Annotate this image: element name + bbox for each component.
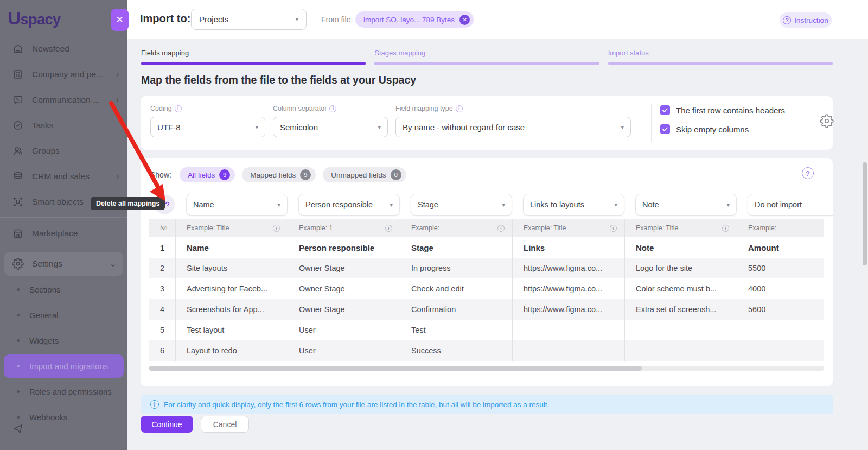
chevron-right-icon: › — [116, 172, 119, 181]
main-area: Import to: Projects ▾ From file: import … — [127, 0, 868, 450]
example-cell: Example: — [737, 219, 824, 237]
vertical-scrollbar[interactable] — [861, 40, 868, 450]
question-icon: ? — [783, 16, 791, 24]
mapping-select-note[interactable]: Note ▾ — [635, 194, 737, 216]
info-icon[interactable]: i — [722, 225, 729, 232]
close-sidebar-button[interactable]: ✕ — [111, 9, 129, 31]
crm-icon — [12, 170, 24, 182]
horizontal-scrollbar[interactable] — [149, 366, 824, 371]
mapping-type-label: Field mapping type i — [395, 105, 463, 112]
sidebar-item-marketplace[interactable]: Marketplace — [0, 220, 127, 246]
mapping-select-stage[interactable]: Stage ▾ — [411, 194, 512, 216]
first-row-headers-option[interactable]: The first row contains headers — [660, 105, 785, 115]
example-cell: Example:i — [400, 219, 512, 237]
cancel-button[interactable]: Cancel — [201, 416, 249, 433]
sidebar-item-widgets[interactable]: Widgets — [0, 328, 127, 353]
sidebar-item-general[interactable]: General — [0, 302, 127, 328]
instruction-button[interactable]: ? Instruction — [780, 12, 832, 28]
step-fields-mapping[interactable]: Fields mapping — [141, 49, 366, 65]
sidebar-item-groups[interactable]: Groups — [0, 138, 127, 163]
chevron-down-icon: ▾ — [255, 124, 258, 131]
step-label: Fields mapping — [141, 49, 366, 57]
continue-button[interactable]: Continue — [141, 416, 193, 433]
bullet-icon — [17, 314, 20, 316]
smart-objects-icon — [12, 196, 24, 208]
delete-all-mappings-tooltip: Delete all mappings — [91, 197, 165, 210]
count-badge: 0 — [391, 169, 401, 180]
checkbox-checked-icon[interactable] — [660, 124, 670, 134]
sidebar-item-label: Roles and permissions — [29, 387, 112, 396]
info-icon[interactable]: i — [175, 105, 182, 112]
vertical-divider — [651, 104, 652, 142]
help-button[interactable]: ? — [802, 167, 814, 179]
sidebar-item-partial[interactable] — [0, 416, 127, 441]
filter-mapped-fields[interactable]: Mapped fields 9 — [242, 167, 316, 182]
sidebar: Uspacy Newsfeed Company and pe... › Comm… — [0, 0, 127, 450]
file-chip[interactable]: import SO. layo... 789 Bytes ✕ — [355, 11, 474, 28]
coding-select[interactable]: UTF-8 ▾ — [150, 117, 265, 137]
communication-icon — [12, 94, 24, 106]
info-icon[interactable]: i — [385, 225, 392, 232]
import-header: Import to: Projects ▾ From file: import … — [127, 0, 868, 39]
example-cell: Example: Titlei — [624, 219, 737, 237]
step-stages-mapping[interactable]: Stages mapping — [374, 49, 599, 65]
logo-u-icon: U — [8, 8, 21, 29]
mapping-select-name[interactable]: Name ▾ — [186, 194, 288, 216]
scrollbar-thumb[interactable] — [863, 162, 867, 265]
mapping-type-select[interactable]: By name - without regard for case ▾ — [395, 117, 631, 137]
uspacy-logo[interactable]: Uspacy — [8, 8, 61, 29]
mapping-select-links-to-layouts[interactable]: Links to layouts ▾ — [523, 194, 624, 216]
chevron-right-icon: › — [116, 70, 119, 79]
checkbox-label: Skip empty columns — [676, 125, 749, 134]
close-icon: ✕ — [116, 14, 123, 26]
sidebar-item-crm[interactable]: CRM and sales › — [0, 163, 127, 189]
scrollbar-thumb[interactable] — [149, 366, 642, 371]
sidebar-item-import-and-migrations[interactable]: Import and migrations — [4, 354, 124, 378]
sidebar-item-sections[interactable]: Sections — [0, 277, 127, 302]
info-icon[interactable]: i — [610, 225, 617, 232]
sidebar-item-communication[interactable]: Communication ... › — [0, 87, 127, 112]
gear-icon — [12, 258, 24, 270]
sidebar-item-roles-and-permissions[interactable]: Roles and permissions — [0, 379, 127, 404]
step-progress-bar — [608, 62, 833, 65]
chevron-down-icon: ▾ — [621, 124, 624, 131]
banner-text: For clarity and quick display, only the … — [164, 401, 549, 409]
sidebar-item-label: CRM and sales — [32, 172, 90, 181]
table-row: 1NamePerson responsibleStageLinksNoteAmo… — [149, 237, 824, 258]
step-progress-bar — [141, 62, 366, 65]
mapping-select-do-not-import[interactable]: Do not import — [748, 194, 833, 216]
checkbox-checked-icon[interactable] — [660, 105, 670, 115]
file-chip-text: import SO. layo... 789 Bytes — [363, 16, 455, 24]
preview-table: № Example: Titlei Example: 1i Example:i … — [149, 219, 824, 361]
sidebar-item-settings[interactable]: Settings ⌄ — [4, 252, 123, 276]
sidebar-divider — [0, 217, 127, 218]
page-title: Map the fields from the file to the fiel… — [141, 74, 416, 86]
info-icon[interactable]: i — [497, 225, 505, 232]
sidebar-nav: Newsfeed Company and pe... › Communicati… — [0, 36, 127, 436]
remove-file-icon[interactable]: ✕ — [459, 15, 470, 25]
sidebar-item-company[interactable]: Company and pe... › — [0, 61, 127, 87]
sidebar-item-label: Company and pe... — [32, 69, 103, 79]
sidebar-item-label: Settings — [32, 259, 62, 269]
info-icon[interactable]: i — [329, 105, 336, 112]
advanced-settings-button[interactable] — [820, 114, 834, 130]
bullet-icon — [17, 339, 20, 342]
entity-select[interactable]: Projects ▾ — [191, 9, 307, 30]
number-header: № — [149, 219, 175, 237]
separator-select[interactable]: Semicolon ▾ — [273, 117, 388, 137]
table-row: 3Advertising for Faceb...Owner StageChec… — [149, 278, 824, 299]
skip-empty-columns-option[interactable]: Skip empty columns — [660, 124, 749, 134]
filter-unmapped-fields[interactable]: Unmapped fields 0 — [323, 167, 406, 182]
info-icon[interactable]: i — [273, 225, 280, 232]
checkbox-label: The first row contains headers — [676, 106, 785, 115]
info-icon[interactable]: i — [456, 105, 463, 112]
sidebar-divider — [0, 249, 127, 249]
sidebar-item-label: Newsfeed — [32, 44, 69, 54]
info-banner: i For clarity and quick display, only th… — [141, 395, 833, 414]
bullet-icon — [17, 288, 20, 291]
sidebar-item-newsfeed[interactable]: Newsfeed — [0, 36, 127, 61]
filter-all-fields[interactable]: All fields 9 — [180, 167, 235, 182]
step-import-status[interactable]: Import status — [608, 49, 833, 65]
sidebar-item-tasks[interactable]: Tasks — [0, 112, 127, 138]
mapping-select-person-responsible[interactable]: Person responsible ▾ — [298, 194, 400, 216]
